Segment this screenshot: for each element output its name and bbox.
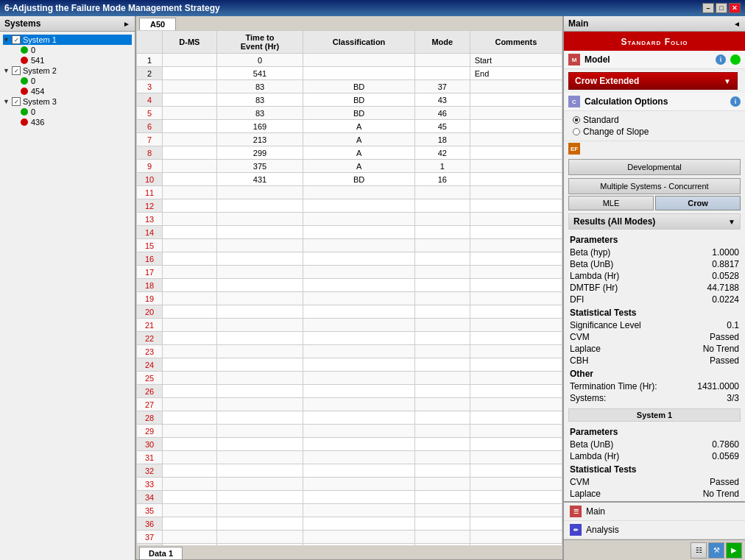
table-row[interactable]: 30 bbox=[137, 438, 562, 451]
bottom-tab-analysis[interactable]: ✏ Analysis bbox=[564, 521, 745, 539]
cell-comments[interactable] bbox=[470, 80, 562, 93]
cell-mode[interactable] bbox=[414, 358, 470, 372]
cell-time[interactable]: 299 bbox=[216, 146, 303, 160]
results-collapse[interactable]: ▼ bbox=[728, 218, 735, 226]
table-row[interactable]: 9 375 A 1 bbox=[137, 160, 562, 173]
cell-dms[interactable] bbox=[163, 319, 217, 332]
systems-collapse-arrow[interactable]: ► bbox=[123, 20, 130, 28]
cell-comments[interactable] bbox=[470, 425, 562, 438]
table-row[interactable]: 34 bbox=[137, 491, 562, 504]
cell-mode[interactable] bbox=[414, 199, 470, 213]
cell-classification[interactable] bbox=[303, 358, 415, 372]
cell-mode[interactable] bbox=[414, 226, 470, 239]
cell-mode[interactable]: 43 bbox=[414, 93, 470, 107]
calc-options-info-icon[interactable]: i bbox=[730, 96, 741, 107]
cell-mode[interactable] bbox=[414, 266, 470, 279]
table-row[interactable]: 16 bbox=[137, 252, 562, 266]
cell-classification[interactable] bbox=[303, 279, 415, 292]
system2-item[interactable]: ▼ ✓ System 2 bbox=[3, 65, 132, 76]
cell-dms[interactable] bbox=[163, 372, 217, 385]
cell-dms[interactable] bbox=[163, 517, 217, 531]
cell-time[interactable]: 83 bbox=[216, 80, 303, 93]
crow-button[interactable]: Crow bbox=[655, 196, 741, 210]
cell-time[interactable] bbox=[216, 504, 303, 517]
system1-node0[interactable]: 0 bbox=[21, 45, 132, 55]
cell-dms[interactable] bbox=[163, 146, 217, 160]
cell-classification[interactable] bbox=[303, 266, 415, 279]
cell-classification[interactable] bbox=[303, 531, 415, 544]
cell-classification[interactable]: A bbox=[303, 120, 415, 133]
cell-dms[interactable] bbox=[163, 464, 217, 478]
cell-classification[interactable] bbox=[303, 438, 415, 451]
cell-time[interactable] bbox=[216, 358, 303, 372]
cell-time[interactable]: 213 bbox=[216, 133, 303, 146]
cell-comments[interactable] bbox=[470, 345, 562, 358]
cell-dms[interactable] bbox=[163, 252, 217, 266]
cell-mode[interactable] bbox=[414, 54, 470, 67]
cell-time[interactable] bbox=[216, 319, 303, 332]
cell-comments[interactable] bbox=[470, 120, 562, 133]
cell-classification[interactable]: BD bbox=[303, 173, 415, 186]
cell-time[interactable] bbox=[216, 239, 303, 252]
table-row[interactable]: 13 bbox=[137, 213, 562, 226]
cell-time[interactable] bbox=[216, 199, 303, 213]
cell-dms[interactable] bbox=[163, 451, 217, 464]
cell-mode[interactable] bbox=[414, 504, 470, 517]
table-row[interactable]: 25 bbox=[137, 372, 562, 385]
cell-classification[interactable] bbox=[303, 504, 415, 517]
system1-expand[interactable]: ▼ bbox=[3, 36, 12, 43]
table-row[interactable]: 15 bbox=[137, 239, 562, 252]
table-row[interactable]: 31 bbox=[137, 451, 562, 464]
table-row[interactable]: 22 bbox=[137, 332, 562, 345]
cell-time[interactable] bbox=[216, 292, 303, 305]
cell-dms[interactable] bbox=[163, 332, 217, 345]
cell-comments[interactable] bbox=[470, 398, 562, 411]
table-row[interactable]: 27 bbox=[137, 398, 562, 411]
cell-mode[interactable] bbox=[414, 67, 470, 80]
cell-classification[interactable] bbox=[303, 332, 415, 345]
cell-mode[interactable] bbox=[414, 292, 470, 305]
table-row[interactable]: 32 bbox=[137, 464, 562, 478]
table-row[interactable]: 37 bbox=[137, 531, 562, 544]
table-row[interactable]: 29 bbox=[137, 425, 562, 438]
cell-time[interactable] bbox=[216, 332, 303, 345]
cell-dms[interactable] bbox=[163, 292, 217, 305]
cell-classification[interactable]: BD bbox=[303, 93, 415, 107]
cell-classification[interactable] bbox=[303, 305, 415, 319]
cell-comments[interactable] bbox=[470, 239, 562, 252]
cell-time[interactable] bbox=[216, 266, 303, 279]
table-row[interactable]: 12 bbox=[137, 199, 562, 213]
cell-comments[interactable] bbox=[470, 199, 562, 213]
bottom-tab-main[interactable]: ☰ Main bbox=[564, 503, 745, 521]
mle-button[interactable]: MLE bbox=[568, 196, 654, 210]
cell-classification[interactable] bbox=[303, 478, 415, 491]
cell-dms[interactable] bbox=[163, 226, 217, 239]
cell-time[interactable] bbox=[216, 411, 303, 425]
cell-dms[interactable] bbox=[163, 279, 217, 292]
minimize-button[interactable]: – bbox=[702, 3, 714, 13]
cell-dms[interactable] bbox=[163, 358, 217, 372]
cell-comments[interactable] bbox=[470, 411, 562, 425]
cell-time[interactable]: 0 bbox=[216, 54, 303, 67]
system2-expand[interactable]: ▼ bbox=[3, 67, 12, 74]
cell-classification[interactable] bbox=[303, 292, 415, 305]
table-row[interactable]: 21 bbox=[137, 319, 562, 332]
cell-time[interactable] bbox=[216, 464, 303, 478]
cell-time[interactable] bbox=[216, 531, 303, 544]
cell-comments[interactable] bbox=[470, 93, 562, 107]
restore-button[interactable]: □ bbox=[716, 3, 727, 13]
cell-time[interactable] bbox=[216, 226, 303, 239]
cell-time[interactable]: 83 bbox=[216, 107, 303, 120]
cell-comments[interactable] bbox=[470, 464, 562, 478]
cell-comments[interactable] bbox=[470, 451, 562, 464]
system1-checkbox[interactable]: ✓ bbox=[12, 35, 21, 44]
cell-dms[interactable] bbox=[163, 531, 217, 544]
cell-time[interactable]: 169 bbox=[216, 120, 303, 133]
cell-comments[interactable] bbox=[470, 438, 562, 451]
cell-time[interactable] bbox=[216, 517, 303, 531]
cell-dms[interactable] bbox=[163, 199, 217, 213]
cell-classification[interactable] bbox=[303, 67, 415, 80]
cell-comments[interactable] bbox=[470, 107, 562, 120]
cell-classification[interactable] bbox=[303, 385, 415, 398]
cell-classification[interactable] bbox=[303, 411, 415, 425]
